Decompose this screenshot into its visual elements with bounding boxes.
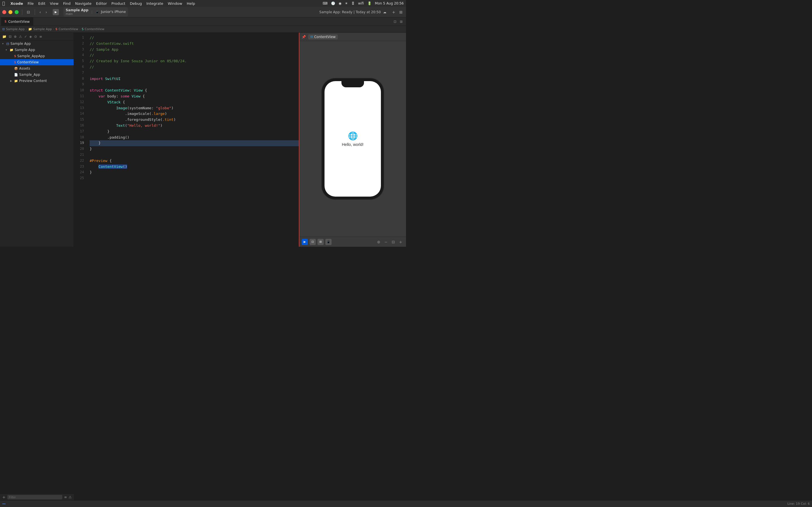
- plist-icon: 📄: [14, 73, 18, 76]
- close-button[interactable]: [2, 10, 6, 14]
- code-editor[interactable]: 1 2 3 4 5 6 7 8 9 10 11 12 13 14 15 16 1…: [74, 33, 299, 247]
- minimize-button[interactable]: [8, 10, 12, 14]
- add-icon[interactable]: +: [391, 9, 397, 15]
- menubar-right: ⌨ 🕐 ◉ ☀ 🎛 wifi 🔋 Mon 5 Aug 20:56: [322, 1, 404, 5]
- device-icon: 📱: [95, 10, 99, 14]
- maximize-button[interactable]: [15, 10, 18, 14]
- tab-contentview[interactable]: S ContentView: [1, 17, 33, 26]
- sidebar-debug-icon[interactable]: ◈: [29, 35, 32, 39]
- sidebar-search-icon[interactable]: ⊕: [14, 35, 17, 39]
- zoom-out-button[interactable]: −: [383, 239, 389, 245]
- menubar-find[interactable]: Find: [63, 1, 71, 6]
- code-line-19: }: [90, 140, 299, 146]
- breadcrumb-sample-app-folder[interactable]: 📁 Sample App: [28, 27, 52, 31]
- tree-item-preview-content[interactable]: ▶ 📁 Preview Content: [0, 78, 73, 84]
- back-icon[interactable]: ‹: [38, 9, 42, 15]
- menubar-edit[interactable]: Edit: [38, 1, 45, 6]
- tree-item-sample-app-plist[interactable]: ▶ 📄 Sample_App: [0, 71, 73, 78]
- scheme-separator: |: [91, 10, 93, 14]
- tree-item-sample-appapp[interactable]: ▶ S Sample_AppApp: [0, 53, 73, 59]
- sidebar-tests-icon[interactable]: ✓: [24, 35, 27, 39]
- menubar-xcode[interactable]: Xcode: [10, 1, 23, 6]
- menubar-file[interactable]: File: [28, 1, 34, 6]
- run-button[interactable]: ▶: [53, 9, 59, 15]
- line-num-5: 5: [74, 58, 84, 64]
- line-num-7: 7: [74, 70, 84, 76]
- line-numbers: 1 2 3 4 5 6 7 8 9 10 11 12 13 14 15 16 1…: [74, 33, 86, 181]
- folder-icon-2: 📁: [10, 48, 13, 52]
- breadcrumb-contentview-file-label[interactable]: ContentView: [59, 27, 79, 31]
- grid-icon: ⊞: [319, 240, 322, 244]
- zoom-to-fit-button[interactable]: ⊕: [375, 239, 382, 245]
- tree-label-preview-content: Preview Content: [19, 79, 47, 83]
- preview-layout-button[interactable]: ⊡: [310, 239, 316, 245]
- menubar-view[interactable]: View: [50, 1, 59, 6]
- scheme-sub: main: [66, 12, 89, 16]
- line-num-9: 9: [74, 82, 84, 88]
- line-num-25: 25: [74, 175, 84, 181]
- breadcrumb-contentview-file[interactable]: S ContentView: [56, 27, 79, 31]
- tabbar-end: ⊡ ⊞: [393, 19, 406, 24]
- menubar-window[interactable]: Window: [168, 1, 182, 6]
- menubar-help[interactable]: Help: [187, 1, 195, 6]
- menubar-product[interactable]: Product: [111, 1, 125, 6]
- tree-item-sample-app-root[interactable]: ▾ ⊟ Sample App: [0, 41, 73, 47]
- breadcrumb-contentview-struct[interactable]: S ContentView: [82, 27, 104, 31]
- zoom-in-icon: +: [399, 240, 402, 244]
- tree-label-sample-app-folder: Sample App: [15, 48, 35, 52]
- apple-menu-icon[interactable]: : [2, 1, 5, 6]
- preview-device-button[interactable]: 📱: [325, 239, 332, 245]
- breadcrumb-sample-app[interactable]: Sample App: [6, 27, 24, 31]
- tree-label-sample-appapp: Sample_AppApp: [17, 54, 45, 58]
- line-num-15: 15: [74, 117, 84, 123]
- sidebar-header: 📁 ⊟ ⊕ ⚠ ✓ ◈ ⊙ ≡: [0, 33, 73, 41]
- line-num-18: 18: [74, 135, 84, 140]
- sidebar-issues-icon[interactable]: ⚠: [19, 35, 22, 39]
- pin-icon[interactable]: 📌: [302, 35, 306, 39]
- breadcrumb-sample-app-icon[interactable]: ⊟ Sample App: [2, 27, 24, 31]
- menubar-debug[interactable]: Debug: [130, 1, 142, 6]
- inspector-icon[interactable]: ⊞: [399, 19, 404, 24]
- zoom-in-button[interactable]: +: [398, 239, 404, 245]
- split-editor-icon[interactable]: ⊡: [393, 19, 398, 24]
- code-line-9: [90, 82, 299, 88]
- zoom-out-icon: −: [384, 240, 388, 244]
- menubar-wifi-icon: wifi: [358, 1, 364, 5]
- code-line-14: .imageScale(.large): [90, 111, 299, 117]
- breadcrumb-folder[interactable]: Sample App: [33, 27, 52, 31]
- scheme-selector[interactable]: Sample App main | 📱 Junior's iPhone: [63, 7, 128, 16]
- menubar-battery-icon: 🔋: [367, 1, 371, 5]
- breadcrumb-sep-2: ›: [53, 27, 54, 31]
- preview-title-swift-icon: ⊟: [310, 35, 313, 39]
- preview-play-button[interactable]: ▶: [302, 239, 308, 245]
- preview-panel: 📌 ⊟ ContentView 🌐 Hello, world! ▶ ⊡: [299, 33, 406, 247]
- zoom-reset-button[interactable]: ⊟: [390, 239, 396, 245]
- code-line-13: Image(systemName: "globe"): [90, 105, 299, 111]
- sidebar-folder-icon[interactable]: 📁: [2, 35, 6, 39]
- preview-grid-button[interactable]: ⊞: [317, 239, 324, 245]
- forward-icon[interactable]: ›: [44, 9, 48, 15]
- tree-item-sample-app-folder[interactable]: ▾ 📁 Sample App: [0, 47, 73, 53]
- tree-item-assets[interactable]: ▶ 📦 Assets: [0, 65, 73, 71]
- swift-icon-3: S: [14, 55, 16, 58]
- hello-world-text: Hello, world!: [342, 142, 363, 147]
- code-line-3: // Sample App: [90, 47, 299, 53]
- sidebar-toggle-icon[interactable]: ⊟: [26, 9, 31, 15]
- code-content[interactable]: // // ContentView.swift // Sample App //…: [86, 33, 299, 181]
- assets-icon: 📦: [14, 67, 18, 70]
- preview-header: 📌 ⊟ ContentView: [299, 33, 406, 41]
- tab-swift-icon: S: [4, 20, 6, 23]
- toolbar-separator-2: [35, 9, 35, 15]
- menubar-navigate[interactable]: Navigate: [75, 1, 91, 6]
- sidebar-scm-icon[interactable]: ⊟: [9, 35, 11, 39]
- preview-title-chip: ⊟ ContentView: [308, 34, 338, 40]
- sidebar-report-icon[interactable]: ≡: [39, 35, 42, 39]
- layout-icon[interactable]: ⊞: [398, 9, 404, 15]
- code-line-2: // ContentView.swift: [90, 41, 299, 47]
- menubar-editor[interactable]: Editor: [96, 1, 107, 6]
- breadcrumb-contentview-struct-label[interactable]: ContentView: [85, 27, 104, 31]
- tree-item-contentview[interactable]: ▶ S ContentView: [0, 59, 73, 65]
- code-line-18: .padding(): [90, 135, 299, 140]
- menubar-integrate[interactable]: Integrate: [146, 1, 163, 6]
- sidebar-breakpoints-icon[interactable]: ⊙: [34, 35, 37, 39]
